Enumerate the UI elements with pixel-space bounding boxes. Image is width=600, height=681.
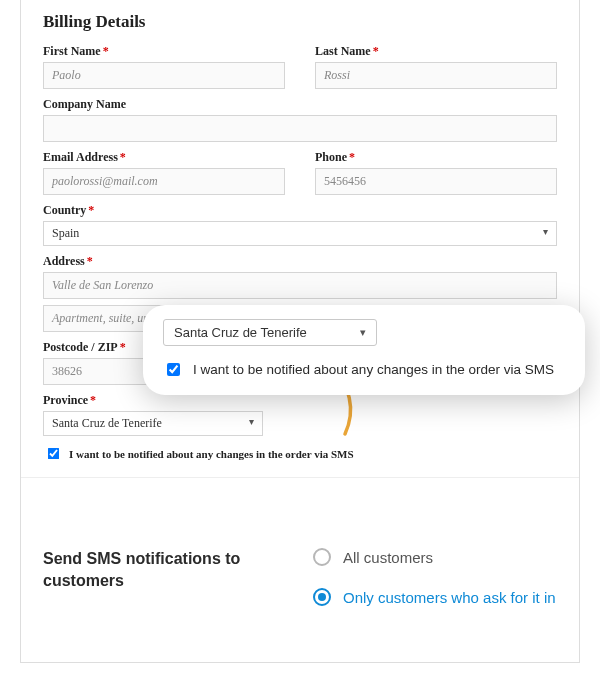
email-label: Email Address* <box>43 150 285 165</box>
first-name-label: First Name* <box>43 44 285 59</box>
radio-option-ask[interactable]: Only customers who ask for it in ch <box>313 588 557 606</box>
last-name-label: Last Name* <box>315 44 557 59</box>
province-label: Province* <box>43 393 274 408</box>
phone-label: Phone* <box>315 150 557 165</box>
phone-input[interactable]: 5456456 <box>315 168 557 195</box>
radio-option-all[interactable]: All customers <box>313 548 557 566</box>
last-name-input[interactable]: Rossi <box>315 62 557 89</box>
callout-province-select[interactable]: Santa Cruz de Tenerife <box>163 319 377 346</box>
address-label: Address* <box>43 254 557 269</box>
radio-icon <box>313 588 331 606</box>
callout-zoom: Santa Cruz de Tenerife I want to be noti… <box>143 305 585 395</box>
settings-heading: Send SMS notifications to customers <box>43 512 283 628</box>
callout-sms-checkbox[interactable] <box>167 363 180 376</box>
address-line1-input[interactable]: Valle de San Lorenzo <box>43 272 557 299</box>
radio-icon <box>313 548 331 566</box>
page-title: Billing Details <box>43 12 557 32</box>
province-select[interactable]: Santa Cruz de Tenerife <box>43 411 263 436</box>
sms-checkbox-label: I want to be notified about any changes … <box>69 448 354 460</box>
company-label: Company Name <box>43 97 557 112</box>
company-input[interactable] <box>43 115 557 142</box>
callout-sms-checkbox-label: I want to be notified about any changes … <box>193 362 554 377</box>
radio-label: Only customers who ask for it in ch <box>343 589 557 606</box>
sms-checkbox[interactable] <box>48 448 60 460</box>
country-label: Country* <box>43 203 557 218</box>
radio-label: All customers <box>343 549 433 566</box>
country-select[interactable]: Spain <box>43 221 557 246</box>
first-name-input[interactable]: Paolo <box>43 62 285 89</box>
email-input[interactable]: paolorossi@mail.com <box>43 168 285 195</box>
